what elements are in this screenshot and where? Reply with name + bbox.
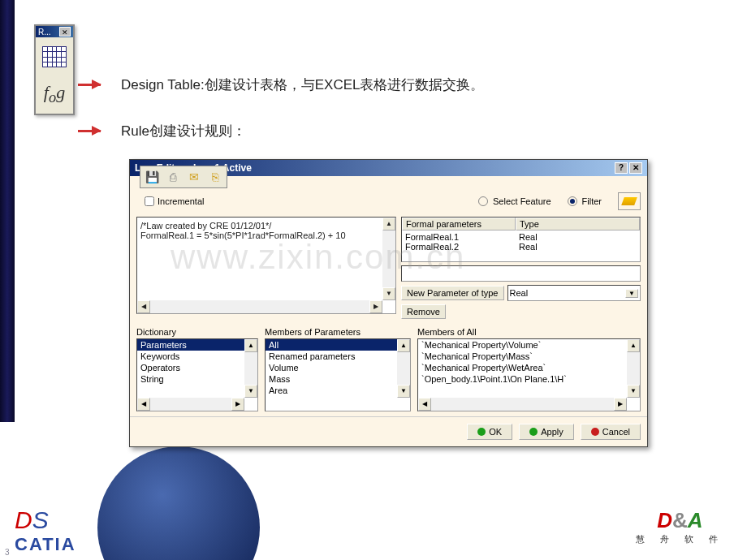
design-table-button[interactable] [37,39,72,75]
eraser-button[interactable] [618,192,641,210]
scroll-right-icon[interactable]: ▶ [614,398,627,411]
apply-button[interactable]: Apply [519,424,574,440]
list-item[interactable]: Mass [266,373,410,385]
incremental-checkbox[interactable]: Incremental [145,196,204,206]
scroll-up-icon[interactable]: ▲ [382,218,395,230]
scroll-up-icon[interactable]: ▲ [397,339,410,352]
filter-label: Filter [582,196,602,206]
scrollbar-vertical[interactable]: ▲ ▼ [627,339,640,398]
list-item[interactable]: Area [266,385,410,396]
dictionary-listbox[interactable]: Parameters Keywords Operators String ▲ ▼… [136,338,258,411]
param-row[interactable]: FormalReal.1 Real [405,232,637,242]
list-item[interactable]: Volume [266,362,410,373]
scrollbar-horizontal[interactable]: ◀ ▶ [418,398,627,411]
mail-icon[interactable]: ✉ [185,169,203,185]
cancel-button[interactable]: Cancel [581,424,641,440]
mini-toolbar: 💾 ⎙ ✉ ⎘ [140,166,227,188]
floating-toolbar: R... ✕ fog [34,24,75,115]
ds-logo-icon: DS [15,506,76,534]
help-icon[interactable]: ? [615,162,628,174]
scrollbar-vertical[interactable]: ▲ ▼ [244,339,257,398]
dropdown-value: Real [510,288,529,298]
scroll-up-icon[interactable]: ▲ [627,339,640,352]
law-editor-dialog: Law Editor : Law.1 Active ? ✕ 💾 ⎙ ✉ ⎘ In… [129,159,648,447]
copy-icon[interactable]: ⎘ [206,169,224,185]
members-of-parameters-listbox[interactable]: All Renamed parameters Volume Mass Area … [265,338,411,411]
radio-icon [478,196,488,206]
page-number: 3 [5,548,10,557]
sidebar-stripe [0,0,15,422]
arrow-icon [78,84,101,86]
select-feature-label: Select Feature [493,196,551,206]
list-item[interactable]: String [137,373,257,385]
list-item[interactable]: Operators [137,362,257,373]
parameter-input[interactable] [401,265,641,282]
scroll-right-icon[interactable]: ▶ [369,300,382,313]
scrollbar-horizontal[interactable]: ◀ ▶ [137,398,244,411]
rule-button[interactable]: fog [37,76,72,112]
members-of-parameters-label: Members of Parameters [265,327,411,337]
filter-radio[interactable]: Filter [568,196,602,206]
list-item[interactable]: Keywords [137,351,257,362]
list-item[interactable]: `Mechanical Property\WetArea` [418,362,640,373]
list-item[interactable]: Parameters [137,339,257,351]
apply-label: Apply [541,427,563,437]
scrollbar-horizontal[interactable]: ◀ ▶ [137,300,382,313]
catia-text: CATIA [15,534,76,555]
save-icon[interactable]: 💾 [143,169,161,185]
ok-label: OK [489,427,502,437]
scroll-down-icon[interactable]: ▼ [382,287,395,300]
code-line: FormalReal.1 = 5*sin(5*PI*1rad*FormalRea… [140,230,392,240]
print-icon[interactable]: ⎙ [164,169,182,185]
scroll-up-icon[interactable]: ▲ [244,339,257,352]
remove-button[interactable]: Remove [401,304,446,319]
globe-decoration [97,446,260,560]
scroll-down-icon[interactable]: ▼ [627,385,640,398]
list-item[interactable]: `Open_body.1\Point.1\On Plane.1\H` [418,373,640,385]
scroll-left-icon[interactable]: ◀ [137,300,150,313]
column-header-name[interactable]: Formal parameters [402,218,516,230]
scroll-left-icon[interactable]: ◀ [418,398,431,411]
code-editor[interactable]: /*Law created by CRE 01/12/01*/ FormalRe… [136,217,396,314]
code-line: /*Law created by CRE 01/12/01*/ [140,221,392,230]
new-parameter-button[interactable]: New Parameter of type [401,286,504,300]
apply-dot-icon [529,428,538,436]
fog-icon: fog [44,82,65,106]
dictionary-label: Dictionary [136,327,258,337]
toolbar-title-text: R... [38,28,51,37]
da-logo-cn: 慧 舟 软 件 [636,533,724,545]
close-icon[interactable]: ✕ [629,162,642,174]
scroll-right-icon[interactable]: ▶ [231,398,244,411]
rule-label: Rule创建设计规则： [121,122,246,140]
close-icon[interactable]: ✕ [59,27,71,37]
select-feature-radio[interactable]: Select Feature [478,196,551,206]
list-item[interactable]: `Mechanical Property\Mass` [418,351,640,362]
list-item[interactable]: All [266,339,410,351]
param-type: Real [519,232,538,242]
param-row[interactable]: FormalReal.2 Real [405,242,637,252]
scrollbar-vertical[interactable]: ▲ ▼ [397,339,410,398]
new-parameter-type-dropdown[interactable]: Real [507,285,641,301]
toolbar-titlebar[interactable]: R... ✕ [36,26,73,37]
cancel-label: Cancel [602,427,630,437]
list-item[interactable]: `Mechanical Property\Volume` [418,339,640,351]
members-of-all-listbox[interactable]: `Mechanical Property\Volume` `Mechanical… [417,338,641,411]
ok-dot-icon [477,428,486,436]
grid-icon [42,46,67,67]
arrow-icon [78,130,101,132]
param-name: FormalReal.2 [405,242,519,252]
column-header-type[interactable]: Type [516,218,640,230]
design-table-label: Design Table:创建设计表格，与EXCEL表格进行数据交换。 [121,75,484,94]
scroll-down-icon[interactable]: ▼ [397,385,410,398]
param-type: Real [519,242,538,252]
scroll-down-icon[interactable]: ▼ [244,385,257,398]
checkbox-input[interactable] [145,196,154,206]
ok-button[interactable]: OK [467,424,512,440]
scroll-left-icon[interactable]: ◀ [137,398,150,411]
members-of-all-label: Members of All [417,327,641,337]
formal-parameters-list[interactable]: Formal parameters Type FormalReal.1 Real… [401,217,641,262]
radio-icon [568,196,577,206]
da-logo-icon: D&A [636,508,724,533]
list-item[interactable]: Renamed parameters [266,351,410,362]
scrollbar-vertical[interactable]: ▲ ▼ [382,218,395,300]
